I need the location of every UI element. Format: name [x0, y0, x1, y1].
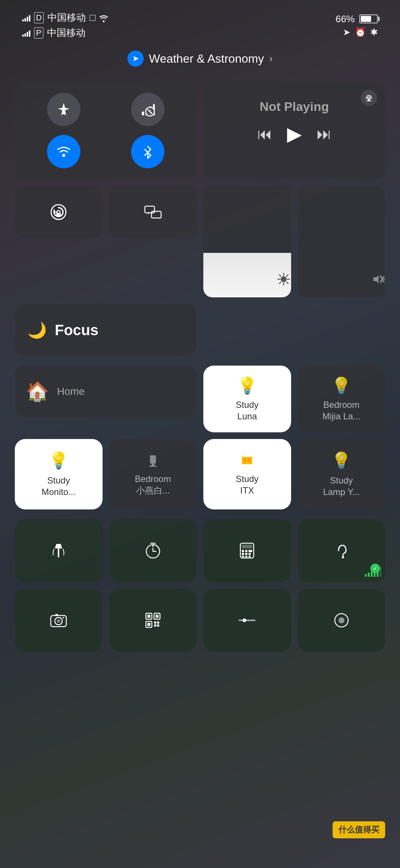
signal-bars-1 [22, 14, 30, 22]
timer-tile[interactable] [109, 519, 197, 582]
moon-icon: 🌙 [27, 321, 47, 339]
svg-rect-63 [147, 623, 150, 626]
svg-point-14 [281, 276, 287, 282]
carrier1-name: 中国移动 [47, 11, 86, 24]
svg-rect-67 [157, 624, 159, 627]
svg-rect-64 [154, 621, 156, 624]
flashlight-tile[interactable] [15, 519, 103, 582]
svg-rect-34 [248, 459, 250, 461]
hearing-check-icon: ✓ [370, 564, 380, 573]
rewind-button[interactable]: ⏮ [257, 126, 272, 142]
svg-point-57 [63, 617, 64, 618]
study-monitor-label: Study Monito... [41, 475, 76, 498]
media-controls: ⏮ ▶ ⏭ [214, 123, 375, 145]
svg-point-71 [339, 617, 344, 623]
icons-row: ➤ ⏰ ✱ [343, 27, 378, 37]
screen-mirror-tile[interactable] [109, 186, 197, 238]
svg-rect-43 [242, 550, 244, 552]
bedroom-mijia-tile[interactable]: 💡 Bedroom Mijia La... [298, 366, 386, 432]
fastforward-button[interactable]: ⏭ [317, 126, 331, 142]
bluetooth-button[interactable] [131, 135, 164, 168]
bedroom-mijia-light-icon: 💡 [331, 376, 351, 395]
home-row2: 💡 Study Monito... Bedroom 小燕白... Study I… [15, 439, 385, 509]
brightness-tile[interactable] [203, 186, 291, 297]
slider-tile[interactable] [203, 589, 291, 652]
connectivity-tile [15, 82, 197, 179]
battery-icon [359, 14, 378, 23]
hearing-tile[interactable]: ✓ [298, 519, 386, 582]
study-luna-label: Study Luna [236, 399, 259, 422]
study-lamp-label: Study Lamp Y... [323, 475, 360, 498]
svg-line-20 [286, 282, 288, 284]
cc-row1: Not Playing ⏮ ▶ ⏭ [15, 82, 385, 179]
svg-line-21 [286, 275, 288, 276]
study-luna-tile[interactable]: 💡 Study Luna [203, 366, 291, 432]
cc-row3: 🌙 Focus [15, 304, 385, 356]
alarm-icon: ⏰ [355, 27, 366, 37]
now-playing-tile: Not Playing ⏮ ▶ ⏭ [203, 82, 385, 179]
bedroom-mijia-label: Bedroom Mijia La... [322, 399, 360, 422]
location-app-name: Weather & Astronomy [149, 52, 264, 66]
svg-point-9 [51, 205, 66, 220]
carrier1-row: D 中国移动 □ [22, 11, 109, 24]
cellular-button[interactable] [131, 93, 164, 126]
bedroom-xiao-tile[interactable]: Bedroom 小燕白... [109, 439, 197, 509]
airplay-button[interactable] [361, 90, 377, 106]
volume-tile[interactable] [298, 186, 386, 297]
svg-rect-45 [249, 550, 252, 552]
focus-label: Focus [55, 322, 99, 339]
svg-rect-49 [242, 556, 244, 557]
play-button[interactable]: ▶ [287, 123, 302, 145]
svg-point-69 [243, 618, 246, 622]
watermark: 什么值得买 [333, 821, 385, 838]
not-playing-text: Not Playing [214, 99, 375, 114]
study-itx-tile[interactable]: Study ITX [203, 439, 291, 509]
rotation-lock-tile[interactable] [15, 186, 103, 238]
svg-rect-8 [366, 100, 371, 101]
signal-bars-2 [22, 29, 30, 37]
wifi-icon: □ [90, 12, 109, 23]
study-lamp-tile[interactable]: 💡 Study Lamp Y... [298, 439, 386, 509]
study-monitor-tile[interactable]: 💡 Study Monito... [15, 439, 103, 509]
svg-rect-56 [55, 614, 58, 616]
svg-line-19 [279, 275, 281, 276]
calculator-tile[interactable] [203, 519, 291, 582]
focus-tile[interactable]: 🌙 Focus [15, 304, 197, 356]
carrier2-row: P 中国移动 [22, 26, 109, 39]
camera-tile[interactable] [15, 589, 103, 652]
svg-rect-33 [244, 459, 246, 462]
carrier2-name: 中国移动 [47, 26, 86, 39]
svg-rect-44 [245, 550, 247, 552]
status-right: 66% ➤ ⏰ ✱ [336, 13, 378, 37]
svg-point-55 [57, 619, 60, 623]
location-tag[interactable]: ➤ Weather & Astronomy › [15, 43, 385, 78]
svg-rect-42 [242, 545, 252, 548]
study-luna-light-icon: 💡 [237, 376, 257, 395]
status-bar: D 中国移动 □ P [15, 0, 385, 43]
svg-rect-0 [142, 112, 144, 115]
status-left: D 中国移动 □ P [22, 11, 109, 39]
battery-pct: 66% [336, 13, 355, 25]
svg-rect-48 [249, 553, 251, 555]
svg-rect-29 [150, 455, 156, 463]
airplane-button[interactable] [47, 93, 80, 126]
bottom-row [15, 589, 385, 652]
svg-rect-47 [245, 553, 247, 555]
qr-scanner-tile[interactable] [109, 589, 197, 652]
svg-rect-51 [249, 556, 251, 557]
study-itx-icon [239, 452, 255, 469]
home-wide-tile[interactable]: 🏠 Home [15, 366, 197, 418]
svg-point-52 [342, 556, 344, 558]
location-icon: ➤ [127, 50, 144, 67]
study-monitor-icon: 💡 [49, 451, 69, 470]
wifi-button[interactable] [47, 135, 80, 168]
svg-rect-30 [151, 463, 154, 466]
svg-rect-12 [151, 211, 161, 218]
svg-rect-62 [156, 615, 159, 618]
circle-tile[interactable] [298, 589, 386, 652]
svg-point-6 [62, 154, 65, 157]
svg-rect-68 [239, 620, 256, 621]
battery-row: 66% [336, 13, 378, 25]
study-itx-label: Study ITX [236, 473, 259, 496]
chevron-icon: › [269, 53, 273, 65]
